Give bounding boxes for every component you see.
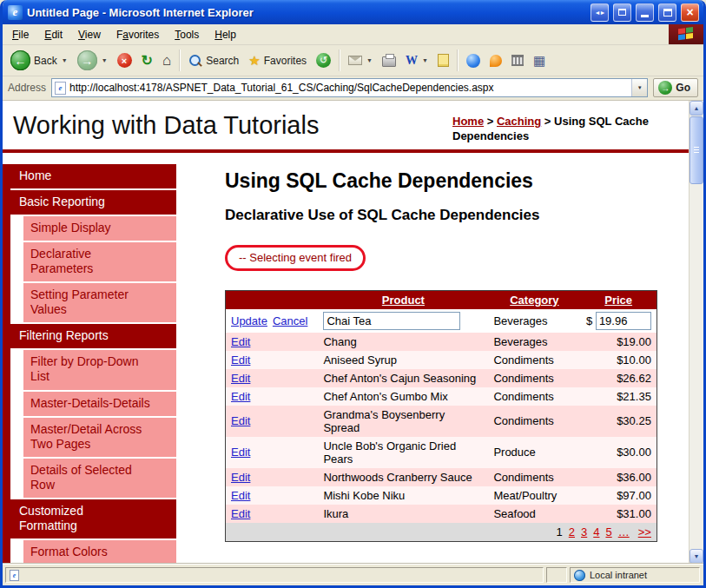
- sidebar-item-filtering-reports[interactable]: Filtering Reports: [10, 324, 176, 348]
- research-button[interactable]: [507, 52, 528, 69]
- minimize-button[interactable]: [636, 3, 654, 22]
- sidebar-item-basic-reporting[interactable]: Basic Reporting: [10, 190, 176, 215]
- actions-cell: Edit: [226, 351, 319, 369]
- address-label: Address: [8, 82, 46, 94]
- menu-help[interactable]: Help: [207, 26, 244, 43]
- notepad-icon: [438, 54, 449, 67]
- close-button[interactable]: ×: [681, 3, 699, 22]
- edit-link[interactable]: Edit: [231, 390, 250, 403]
- sidebar-item-master-detail-across-two-pages[interactable]: Master/Detail Across Two Pages: [23, 418, 176, 457]
- go-icon: →: [658, 81, 672, 95]
- mail-button[interactable]: ▼: [344, 53, 377, 68]
- sidebar-item-simple-display[interactable]: Simple Display: [23, 216, 176, 241]
- sidebar-item-declarative-parameters[interactable]: Declarative Parameters: [23, 242, 176, 281]
- favorites-label: Favorites: [264, 55, 307, 67]
- word-dropdown-icon[interactable]: ▼: [422, 57, 428, 63]
- back-label: Back: [34, 55, 57, 67]
- grid-icon: ▦: [533, 54, 545, 67]
- toolbar-separator: [179, 50, 181, 71]
- menu-edit[interactable]: Edit: [36, 26, 70, 43]
- cancel-link[interactable]: Cancel: [273, 314, 307, 327]
- vertical-scrollbar[interactable]: ▲ ▼: [689, 101, 703, 564]
- edit-link[interactable]: Edit: [231, 471, 250, 484]
- address-input[interactable]: e http://localhost:4178/ASPNET_Data_Tuto…: [51, 78, 648, 97]
- history-button[interactable]: ↺: [312, 50, 335, 70]
- scroll-down-button[interactable]: ▼: [690, 549, 703, 564]
- edit-link[interactable]: Edit: [231, 372, 250, 385]
- msn-button[interactable]: [485, 52, 506, 69]
- actions-cell: Edit: [226, 486, 319, 505]
- sidebar-item-customized-formatting[interactable]: Customized Formatting: [10, 499, 176, 538]
- edit-with-word-button[interactable]: W ▼: [401, 51, 432, 70]
- category-cell: Condiments: [488, 351, 580, 369]
- sort-product-link[interactable]: Product: [382, 294, 425, 307]
- sidebar-item-setting-parameter-values[interactable]: Setting Parameter Values: [23, 283, 176, 322]
- breadcrumb: Home > Caching > Using SQL Cache Depende…: [452, 111, 680, 144]
- pager-page-link[interactable]: 4: [593, 525, 599, 538]
- forward-dropdown-icon[interactable]: ▼: [102, 57, 108, 63]
- close-icon: ×: [686, 5, 693, 19]
- menu-tools[interactable]: Tools: [167, 26, 207, 43]
- back-dropdown-icon[interactable]: ▼: [62, 57, 68, 63]
- edit-link[interactable]: Edit: [231, 489, 250, 502]
- main-content: Using SQL Cache Dependencies Declarative…: [176, 164, 689, 542]
- pager-ellipsis-link[interactable]: …: [618, 525, 630, 538]
- title-bar[interactable]: e Untitled Page - Microsoft Internet Exp…: [3, 0, 703, 24]
- update-link[interactable]: Update: [231, 314, 267, 327]
- sidebar-item-details-of-selected-row[interactable]: Details of Selected Row: [23, 459, 176, 498]
- mail-dropdown-icon[interactable]: ▼: [366, 57, 373, 63]
- breadcrumb-link-home[interactable]: Home: [452, 115, 484, 128]
- back-button[interactable]: ← Back ▼: [6, 48, 72, 73]
- pager-page-link[interactable]: 3: [581, 525, 587, 538]
- notes-button[interactable]: [433, 51, 453, 69]
- sidebar-item-home[interactable]: Home: [10, 164, 176, 188]
- price-cell: $30.00: [580, 437, 657, 468]
- actions-cell: Edit: [226, 437, 319, 468]
- address-dropdown-button[interactable]: ▼: [631, 79, 647, 96]
- edit-link[interactable]: Edit: [231, 353, 250, 367]
- title-extra-arrows-button[interactable]: ◄►: [591, 3, 609, 22]
- pager-next-link[interactable]: >>: [638, 525, 651, 538]
- edit-link[interactable]: Edit: [231, 507, 250, 520]
- product-cell: Northwoods Cranberry Sauce: [318, 468, 488, 486]
- sidebar-item-master-details-details[interactable]: Master-Details-Details: [23, 392, 176, 416]
- search-button[interactable]: Search: [184, 51, 243, 70]
- product-name-input[interactable]: [323, 312, 460, 330]
- favorites-button[interactable]: ★ Favorites: [244, 51, 311, 69]
- sort-category-link[interactable]: Category: [510, 294, 558, 307]
- menu-view[interactable]: View: [70, 26, 109, 43]
- pager-page-link[interactable]: 2: [569, 525, 575, 538]
- window-icon: [618, 9, 626, 16]
- title-extra-window-button[interactable]: [613, 3, 631, 22]
- price-cell: $19.00: [580, 333, 657, 351]
- price-cell: $26.62: [580, 369, 657, 387]
- refresh-button[interactable]: ↻: [137, 51, 157, 70]
- forward-button[interactable]: → ▼: [73, 48, 112, 73]
- messenger-button[interactable]: [462, 51, 485, 70]
- sidebar-item-filter-by-drop-down-list[interactable]: Filter by Drop-Down List: [23, 350, 176, 389]
- scroll-track[interactable]: [690, 116, 703, 549]
- sort-price-link[interactable]: Price: [604, 294, 632, 307]
- menu-file[interactable]: File: [4, 26, 36, 43]
- maximize-button[interactable]: [658, 3, 676, 22]
- edit-link[interactable]: Edit: [231, 335, 250, 348]
- stop-button[interactable]: ×: [113, 50, 136, 70]
- table-row: EditMishi Kobe NikuMeat/Poultry$97.00: [226, 486, 657, 505]
- edit-link[interactable]: Edit: [231, 414, 250, 427]
- document-icon: e: [10, 570, 19, 581]
- print-button[interactable]: [378, 51, 400, 69]
- quick-tabs-button[interactable]: ▦: [529, 51, 550, 69]
- pager-page-link[interactable]: 5: [605, 525, 611, 538]
- scroll-up-button[interactable]: ▲: [690, 101, 703, 116]
- menu-favorites[interactable]: Favorites: [109, 26, 167, 43]
- go-button[interactable]: → Go: [653, 78, 698, 97]
- scroll-up-icon: ▲: [694, 105, 700, 111]
- breadcrumb-link-caching[interactable]: Caching: [497, 115, 541, 128]
- actions-cell: Edit: [226, 406, 319, 437]
- sidebar-item-format-colors[interactable]: Format Colors: [23, 540, 176, 564]
- edit-link[interactable]: Edit: [231, 446, 250, 459]
- home-button[interactable]: ⌂: [158, 50, 175, 70]
- scroll-thumb[interactable]: [690, 116, 703, 184]
- price-input[interactable]: [596, 312, 651, 330]
- pager-current-page: 1: [557, 525, 563, 538]
